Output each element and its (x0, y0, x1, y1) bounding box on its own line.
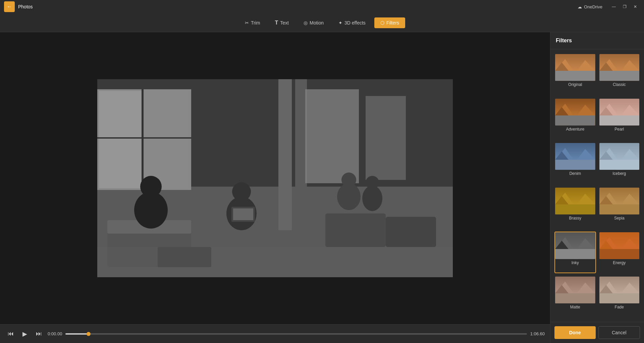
onedrive-area: ☁ OneDrive (578, 4, 602, 9)
window-controls: — ❐ ✕ (609, 2, 640, 11)
svg-point-23 (362, 186, 382, 211)
text-label: Text (280, 20, 289, 26)
filter-thumb-classic (599, 54, 640, 81)
svg-rect-64 (599, 99, 640, 126)
svg-rect-84 (599, 143, 640, 170)
minimize-button[interactable]: — (609, 2, 619, 11)
svg-rect-113 (555, 249, 595, 259)
svg-point-16 (140, 176, 162, 197)
app-title: Photos (18, 4, 33, 9)
time-total: 1:06.60 (530, 331, 545, 336)
trim-button[interactable]: ✂ Trim (239, 17, 266, 28)
filter-thumb-brassy (555, 188, 595, 214)
filter-thumb-fade (599, 277, 640, 303)
rewind-button[interactable]: ⏮ (5, 329, 16, 339)
back-icon: ← (7, 4, 12, 10)
filters-label: Filters (386, 20, 399, 26)
close-button[interactable]: ✕ (631, 2, 640, 11)
done-button[interactable]: Done (554, 326, 596, 339)
filters-footer: Done Cancel (550, 322, 644, 343)
title-bar: ← Photos ☁ OneDrive — ❐ ✕ (0, 0, 644, 13)
motion-button[interactable]: ◎ Motion (298, 17, 330, 28)
filter-item-denim[interactable]: Denim (554, 142, 596, 184)
filter-label-energy: Energy (613, 260, 626, 265)
filter-label-pearl: Pearl (614, 127, 624, 132)
text-icon: T (275, 20, 278, 26)
filter-thumb-pearl (599, 99, 640, 126)
svg-rect-94 (555, 188, 595, 214)
svg-rect-27 (97, 247, 453, 277)
filter-label-adventure: Adventure (566, 127, 584, 132)
effects-icon: ✦ (338, 20, 342, 26)
cancel-button[interactable]: Cancel (598, 326, 640, 339)
toolbar: ✂ Trim T Text ◎ Motion ✦ 3D effects ⬡ Fi… (0, 13, 644, 32)
svg-rect-20 (233, 208, 253, 220)
title-bar-right: ☁ OneDrive — ❐ ✕ (578, 2, 640, 11)
svg-point-24 (366, 176, 379, 189)
filter-thumb-inky (555, 232, 595, 259)
filter-item-energy[interactable]: Energy (599, 232, 640, 274)
svg-rect-8 (278, 79, 292, 230)
play-button[interactable]: ▶ (19, 329, 30, 339)
timeline-progress (65, 333, 89, 335)
video-frame (97, 79, 453, 277)
svg-rect-5 (144, 91, 188, 188)
motion-label: Motion (310, 20, 324, 26)
filter-item-inky[interactable]: Inky (554, 232, 596, 274)
svg-rect-45 (599, 71, 640, 81)
onedrive-label: OneDrive (584, 4, 602, 9)
svg-rect-9 (295, 79, 307, 230)
text-button[interactable]: T Text (269, 17, 295, 29)
trim-label: Trim (251, 20, 260, 26)
svg-rect-36 (555, 71, 595, 81)
filter-item-classic[interactable]: Classic (599, 53, 640, 95)
effects-label: 3D effects (344, 20, 366, 26)
filter-label-fade: Fade (615, 305, 624, 309)
filter-item-iceberg[interactable]: Iceberg (599, 142, 640, 184)
svg-rect-132 (555, 293, 595, 303)
forward-button[interactable]: ⏭ (34, 329, 44, 339)
filter-label-brassy: Brassy (569, 216, 581, 220)
motion-icon: ◎ (304, 20, 308, 26)
filter-item-adventure[interactable]: Adventure (554, 98, 596, 140)
timeline-thumb[interactable] (87, 332, 91, 336)
filter-label-denim: Denim (569, 171, 581, 176)
time-current: 0:00.00 (48, 331, 62, 336)
filter-thumb-denim (555, 143, 595, 170)
svg-rect-74 (555, 143, 595, 170)
forward-icon: ⏭ (36, 330, 42, 337)
svg-point-22 (341, 173, 356, 187)
filters-icon: ⬡ (380, 20, 384, 26)
filter-label-classic: Classic (613, 82, 626, 87)
restore-button[interactable]: ❐ (620, 2, 629, 11)
video-container (0, 32, 550, 324)
timeline-track[interactable] (65, 333, 527, 335)
filter-item-matte[interactable]: Matte (554, 276, 596, 318)
filter-item-original[interactable]: Original (554, 53, 596, 95)
filter-item-pearl[interactable]: Pearl (599, 98, 640, 140)
filter-item-sepia[interactable]: Sepia (599, 187, 640, 229)
filter-thumb-sepia (599, 188, 640, 214)
filters-header: Filters (550, 32, 644, 49)
video-scene (97, 79, 453, 277)
title-bar-left: ← Photos (4, 1, 33, 12)
filter-label-matte: Matte (570, 305, 580, 309)
main-area: ⏮ ▶ ⏭ 0:00.00 1:06.60 Filters (0, 32, 644, 343)
effects-button[interactable]: ✦ 3D effects (332, 17, 372, 28)
filter-thumb-matte (555, 277, 595, 303)
video-section: ⏮ ▶ ⏭ 0:00.00 1:06.60 (0, 32, 550, 343)
filter-thumb-adventure (555, 99, 595, 126)
svg-rect-104 (599, 188, 640, 214)
onedrive-icon: ☁ (578, 4, 582, 9)
back-button[interactable]: ← (4, 1, 15, 12)
svg-rect-141 (599, 293, 640, 303)
filters-panel: Filters (550, 32, 644, 343)
filters-grid: Original (550, 49, 644, 322)
filters-button[interactable]: ⬡ Filters (374, 17, 405, 28)
svg-rect-4 (99, 91, 143, 188)
filter-thumb-iceberg (599, 143, 640, 170)
filter-item-brassy[interactable]: Brassy (554, 187, 596, 229)
filter-item-fade[interactable]: Fade (599, 276, 640, 318)
controls-bar: ⏮ ▶ ⏭ 0:00.00 1:06.60 (0, 324, 550, 343)
filter-thumb-original (555, 54, 595, 81)
